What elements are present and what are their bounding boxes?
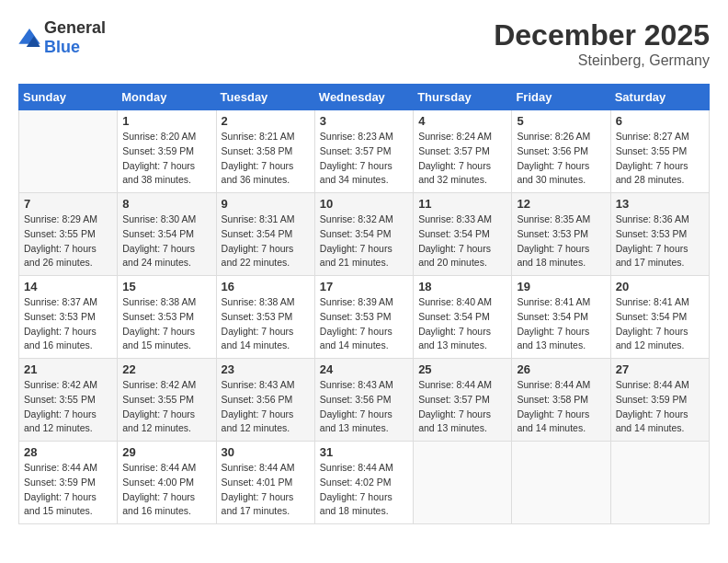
day-cell: 29Sunrise: 8:44 AMSunset: 4:00 PMDayligh… — [118, 442, 216, 524]
day-cell: 4Sunrise: 8:24 AMSunset: 3:57 PMDaylight… — [414, 110, 512, 193]
day-cell: 28Sunrise: 8:44 AMSunset: 3:59 PMDayligh… — [19, 442, 118, 524]
day-cell: 30Sunrise: 8:44 AMSunset: 4:01 PMDayligh… — [216, 442, 314, 524]
day-info: Sunrise: 8:41 AMSunset: 3:54 PMDaylight:… — [616, 295, 704, 353]
day-cell: 26Sunrise: 8:44 AMSunset: 3:58 PMDayligh… — [512, 359, 610, 442]
day-number: 9 — [222, 197, 310, 211]
day-info: Sunrise: 8:31 AMSunset: 3:54 PMDaylight:… — [222, 213, 310, 270]
header-day-monday: Monday — [118, 85, 216, 110]
header-day-saturday: Saturday — [610, 85, 709, 110]
day-info: Sunrise: 8:41 AMSunset: 3:54 PMDaylight:… — [517, 295, 605, 353]
logo-icon — [18, 29, 40, 47]
title-block: December 2025 Steinberg, Germany — [494, 18, 710, 69]
day-info: Sunrise: 8:44 AMSunset: 3:57 PMDaylight:… — [418, 378, 506, 436]
day-info: Sunrise: 8:26 AMSunset: 3:56 PMDaylight:… — [517, 130, 605, 188]
logo-general-text: General — [44, 18, 106, 37]
day-number: 20 — [616, 280, 704, 293]
day-number: 3 — [320, 114, 408, 128]
day-number: 11 — [418, 197, 506, 211]
day-number: 6 — [616, 114, 704, 128]
day-number: 14 — [24, 280, 112, 293]
day-info: Sunrise: 8:44 AMSunset: 4:00 PMDaylight:… — [122, 461, 210, 519]
day-number: 12 — [517, 197, 605, 211]
day-info: Sunrise: 8:24 AMSunset: 3:57 PMDaylight:… — [418, 130, 506, 188]
day-info: Sunrise: 8:44 AMSunset: 4:01 PMDaylight:… — [222, 461, 310, 519]
day-cell: 9Sunrise: 8:31 AMSunset: 3:54 PMDaylight… — [216, 193, 314, 276]
location-title: Steinberg, Germany — [494, 52, 710, 69]
month-title: December 2025 — [494, 18, 710, 52]
day-number: 18 — [418, 280, 506, 293]
page-header: General Blue December 2025 Steinberg, Ge… — [18, 18, 710, 69]
day-cell: 11Sunrise: 8:33 AMSunset: 3:54 PMDayligh… — [414, 193, 512, 276]
day-number: 28 — [24, 445, 112, 459]
day-cell: 20Sunrise: 8:41 AMSunset: 3:54 PMDayligh… — [610, 276, 709, 359]
day-cell: 18Sunrise: 8:40 AMSunset: 3:54 PMDayligh… — [414, 276, 512, 359]
day-cell: 5Sunrise: 8:26 AMSunset: 3:56 PMDaylight… — [512, 110, 610, 193]
day-info: Sunrise: 8:38 AMSunset: 3:53 PMDaylight:… — [122, 295, 210, 353]
day-info: Sunrise: 8:42 AMSunset: 3:55 PMDaylight:… — [122, 378, 210, 436]
day-info: Sunrise: 8:29 AMSunset: 3:55 PMDaylight:… — [24, 213, 112, 270]
day-cell: 3Sunrise: 8:23 AMSunset: 3:57 PMDaylight… — [314, 110, 413, 193]
day-info: Sunrise: 8:42 AMSunset: 3:55 PMDaylight:… — [24, 378, 112, 436]
day-cell: 17Sunrise: 8:39 AMSunset: 3:53 PMDayligh… — [314, 276, 413, 359]
day-info: Sunrise: 8:30 AMSunset: 3:54 PMDaylight:… — [122, 213, 210, 270]
day-cell — [414, 442, 512, 524]
day-info: Sunrise: 8:23 AMSunset: 3:57 PMDaylight:… — [320, 130, 408, 188]
day-number: 27 — [616, 362, 704, 376]
day-info: Sunrise: 8:40 AMSunset: 3:54 PMDaylight:… — [418, 295, 506, 353]
day-info: Sunrise: 8:44 AMSunset: 3:59 PMDaylight:… — [24, 461, 112, 519]
day-cell: 14Sunrise: 8:37 AMSunset: 3:53 PMDayligh… — [19, 276, 118, 359]
day-cell: 8Sunrise: 8:30 AMSunset: 3:54 PMDaylight… — [118, 193, 216, 276]
day-info: Sunrise: 8:27 AMSunset: 3:55 PMDaylight:… — [616, 130, 704, 188]
day-number: 24 — [320, 362, 408, 376]
calendar-table: SundayMondayTuesdayWednesdayThursdayFrid… — [18, 84, 710, 524]
day-number: 26 — [517, 362, 605, 376]
logo-blue-text: Blue — [44, 38, 80, 56]
day-cell: 16Sunrise: 8:38 AMSunset: 3:53 PMDayligh… — [216, 276, 314, 359]
calendar-body: 1Sunrise: 8:20 AMSunset: 3:59 PMDaylight… — [19, 110, 710, 524]
day-cell: 13Sunrise: 8:36 AMSunset: 3:53 PMDayligh… — [610, 193, 709, 276]
day-number: 13 — [616, 197, 704, 211]
day-cell — [610, 442, 709, 524]
header-day-tuesday: Tuesday — [216, 85, 314, 110]
day-cell: 2Sunrise: 8:21 AMSunset: 3:58 PMDaylight… — [216, 110, 314, 193]
week-row-4: 21Sunrise: 8:42 AMSunset: 3:55 PMDayligh… — [19, 359, 710, 442]
week-row-2: 7Sunrise: 8:29 AMSunset: 3:55 PMDaylight… — [19, 193, 710, 276]
day-info: Sunrise: 8:38 AMSunset: 3:53 PMDaylight:… — [222, 295, 310, 353]
day-info: Sunrise: 8:37 AMSunset: 3:53 PMDaylight:… — [24, 295, 112, 353]
day-cell: 10Sunrise: 8:32 AMSunset: 3:54 PMDayligh… — [314, 193, 413, 276]
day-number: 8 — [122, 197, 210, 211]
week-row-1: 1Sunrise: 8:20 AMSunset: 3:59 PMDaylight… — [19, 110, 710, 193]
day-cell: 1Sunrise: 8:20 AMSunset: 3:59 PMDaylight… — [118, 110, 216, 193]
day-number: 23 — [222, 362, 310, 376]
day-info: Sunrise: 8:44 AMSunset: 3:58 PMDaylight:… — [517, 378, 605, 436]
day-cell: 23Sunrise: 8:43 AMSunset: 3:56 PMDayligh… — [216, 359, 314, 442]
day-cell: 15Sunrise: 8:38 AMSunset: 3:53 PMDayligh… — [118, 276, 216, 359]
day-number: 1 — [122, 114, 210, 128]
day-number: 31 — [320, 445, 408, 459]
day-info: Sunrise: 8:39 AMSunset: 3:53 PMDaylight:… — [320, 295, 408, 353]
day-number: 17 — [320, 280, 408, 293]
day-number: 16 — [222, 280, 310, 293]
week-row-3: 14Sunrise: 8:37 AMSunset: 3:53 PMDayligh… — [19, 276, 710, 359]
day-number: 21 — [24, 362, 112, 376]
day-cell: 12Sunrise: 8:35 AMSunset: 3:53 PMDayligh… — [512, 193, 610, 276]
day-info: Sunrise: 8:33 AMSunset: 3:54 PMDaylight:… — [418, 213, 506, 270]
day-number: 10 — [320, 197, 408, 211]
day-info: Sunrise: 8:20 AMSunset: 3:59 PMDaylight:… — [122, 130, 210, 188]
day-number: 30 — [222, 445, 310, 459]
day-info: Sunrise: 8:21 AMSunset: 3:58 PMDaylight:… — [222, 130, 310, 188]
day-cell: 24Sunrise: 8:43 AMSunset: 3:56 PMDayligh… — [314, 359, 413, 442]
header-day-sunday: Sunday — [19, 85, 118, 110]
day-info: Sunrise: 8:44 AMSunset: 4:02 PMDaylight:… — [320, 461, 408, 519]
day-cell: 21Sunrise: 8:42 AMSunset: 3:55 PMDayligh… — [19, 359, 118, 442]
day-number: 7 — [24, 197, 112, 211]
day-info: Sunrise: 8:35 AMSunset: 3:53 PMDaylight:… — [517, 213, 605, 270]
day-cell: 6Sunrise: 8:27 AMSunset: 3:55 PMDaylight… — [610, 110, 709, 193]
day-cell — [19, 110, 118, 193]
day-cell: 7Sunrise: 8:29 AMSunset: 3:55 PMDaylight… — [19, 193, 118, 276]
day-number: 2 — [222, 114, 310, 128]
header-day-thursday: Thursday — [414, 85, 512, 110]
day-cell — [512, 442, 610, 524]
day-cell: 25Sunrise: 8:44 AMSunset: 3:57 PMDayligh… — [414, 359, 512, 442]
day-cell: 22Sunrise: 8:42 AMSunset: 3:55 PMDayligh… — [118, 359, 216, 442]
